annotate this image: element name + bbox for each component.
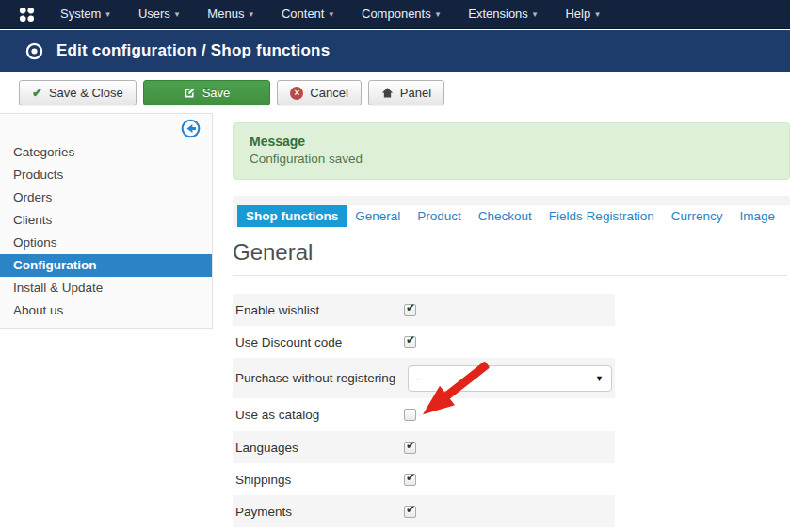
- sidebar-item-options[interactable]: Options: [0, 232, 212, 254]
- field-label: Languages: [233, 441, 404, 455]
- field-label: Shippings: [233, 473, 404, 487]
- config-tabstrip: Shop functions General Product Checkout …: [233, 196, 790, 227]
- menu-content[interactable]: Content▾: [267, 0, 347, 28]
- form-row-use-as-catalog: Use as catalog: [233, 398, 615, 431]
- shippings-checkbox[interactable]: [404, 474, 416, 486]
- chevron-down-icon: ▾: [249, 9, 253, 19]
- message-title: Message: [250, 134, 789, 149]
- section-divider: [233, 275, 787, 276]
- chevron-down-icon: ▾: [175, 9, 180, 19]
- save-button[interactable]: Save: [143, 80, 271, 105]
- enable-wishlist-checkbox[interactable]: [404, 304, 416, 316]
- panel-button[interactable]: Panel: [368, 80, 444, 105]
- chevron-down-icon: ▾: [329, 9, 333, 19]
- menu-help[interactable]: Help▾: [551, 0, 613, 28]
- field-label: Use as catalog: [233, 408, 404, 422]
- chevron-down-icon: ▾: [436, 9, 441, 19]
- menu-system[interactable]: System▾: [46, 0, 124, 28]
- collapse-left-arrow-icon[interactable]: [181, 119, 201, 142]
- menu-users[interactable]: Users▾: [124, 0, 193, 28]
- field-label: Payments: [233, 505, 404, 519]
- form-row-purchase-without-registering: Purchase without registering - ▼: [233, 358, 615, 398]
- sidebar-item-about-us[interactable]: About us: [0, 299, 212, 322]
- tab-product[interactable]: Product: [409, 205, 470, 227]
- tab-shop-functions[interactable]: Shop functions: [237, 205, 347, 227]
- form-row-shippings: Shippings: [233, 463, 615, 495]
- select-caret-icon: ▼: [595, 374, 604, 383]
- use-discount-code-checkbox[interactable]: [404, 336, 416, 348]
- sidebar-item-categories[interactable]: Categories: [0, 141, 212, 164]
- field-label: Purchase without registering: [233, 371, 404, 385]
- check-icon: ✔: [32, 86, 42, 100]
- tab-general[interactable]: General: [347, 205, 409, 227]
- sidebar-item-products[interactable]: Products: [0, 164, 212, 186]
- sidebar-item-orders[interactable]: Orders: [0, 186, 212, 209]
- menu-menus[interactable]: Menus▾: [193, 0, 267, 28]
- tab-checkout[interactable]: Checkout: [470, 205, 540, 227]
- cancel-button[interactable]: × Cancel: [277, 80, 361, 105]
- sidebar: Categories Products Orders Clients Optio…: [0, 113, 213, 329]
- menu-components[interactable]: Components▾: [347, 0, 454, 28]
- page-title: Edit configuration / Shop functions: [56, 41, 330, 60]
- field-label: Enable wishlist: [233, 303, 404, 317]
- form-row-payments: Payments: [233, 495, 615, 527]
- menu-extensions[interactable]: Extensions▾: [454, 0, 551, 28]
- purchase-without-registering-select[interactable]: - ▼: [408, 365, 612, 392]
- page-header: Edit configuration / Shop functions: [0, 30, 790, 72]
- tab-currency[interactable]: Currency: [663, 205, 732, 227]
- message-body: Configuration saved: [250, 152, 789, 166]
- sidebar-menu: Categories Products Orders Clients Optio…: [0, 141, 212, 322]
- sidebar-item-install-update[interactable]: Install & Update: [0, 277, 212, 299]
- record-target-icon: [25, 42, 43, 60]
- config-tabs: Shop functions General Product Checkout …: [237, 205, 790, 227]
- form-row-use-discount-code: Use Discount code: [233, 326, 615, 358]
- form-row-enable-wishlist: Enable wishlist: [233, 294, 615, 326]
- payments-checkbox[interactable]: [404, 506, 416, 518]
- toolbar: ✔ Save & Close Save × Cancel Panel: [19, 80, 444, 105]
- sidebar-item-configuration[interactable]: Configuration: [0, 254, 212, 277]
- chevron-down-icon: ▾: [105, 9, 110, 19]
- use-as-catalog-checkbox[interactable]: [404, 409, 416, 421]
- save-edit-icon: [184, 87, 196, 99]
- success-message: Message Configuration saved: [233, 122, 790, 180]
- tab-cutoff[interactable]: S: [783, 205, 790, 227]
- tab-fields-registration[interactable]: Fields Registration: [540, 205, 663, 227]
- select-value: -: [416, 371, 421, 385]
- home-icon: [381, 87, 394, 99]
- admin-menubar: System▾ Users▾ Menus▾ Content▾ Component…: [0, 0, 790, 29]
- save-and-close-button[interactable]: ✔ Save & Close: [19, 80, 137, 105]
- form-row-languages: Languages: [233, 431, 615, 463]
- cancel-circle-icon: ×: [290, 87, 303, 100]
- languages-checkbox[interactable]: [404, 442, 416, 454]
- config-form: Enable wishlist Use Discount code Purcha…: [233, 294, 615, 527]
- section-heading: General: [233, 239, 313, 266]
- field-label: Use Discount code: [233, 335, 404, 349]
- joomla-logo-icon: [19, 7, 35, 23]
- chevron-down-icon: ▾: [533, 9, 538, 19]
- tab-image[interactable]: Image: [731, 205, 783, 227]
- sidebar-item-clients[interactable]: Clients: [0, 209, 212, 232]
- chevron-down-icon: ▾: [595, 9, 600, 19]
